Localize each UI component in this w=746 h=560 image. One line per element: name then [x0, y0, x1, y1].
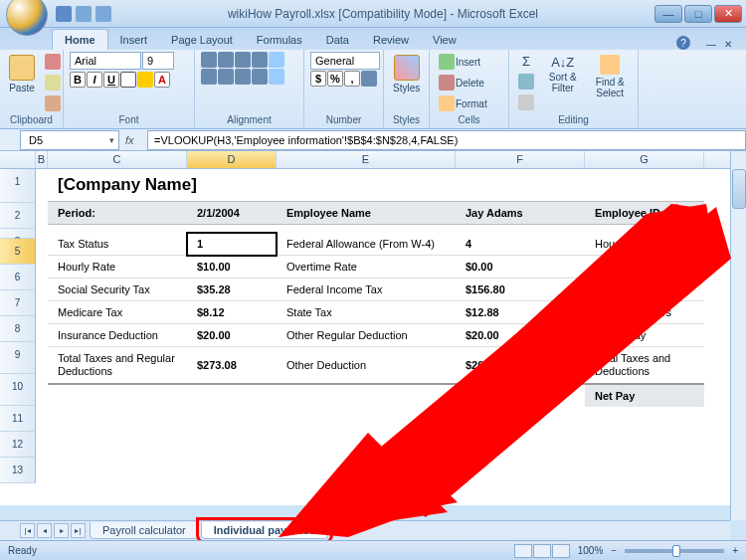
cell[interactable]: Overtime Hours: [585, 301, 704, 324]
styles-button[interactable]: Styles: [390, 52, 423, 95]
row-header[interactable]: 6: [0, 265, 36, 290]
help-icon[interactable]: ?: [676, 36, 690, 50]
align-center-button[interactable]: [218, 69, 234, 85]
col-header-b[interactable]: B: [36, 151, 48, 168]
fill-color-button[interactable]: [137, 72, 153, 88]
cell[interactable]: Federal Income Tax: [277, 279, 456, 301]
font-name-box[interactable]: Arial: [70, 52, 141, 70]
currency-button[interactable]: $: [310, 71, 326, 87]
tab-view[interactable]: View: [421, 30, 468, 50]
sort-filter-button[interactable]: A↓Z Sort & Filter: [541, 52, 585, 95]
col-header-f[interactable]: F: [456, 151, 585, 168]
page-break-view-button[interactable]: [552, 544, 570, 558]
col-header-c[interactable]: C: [48, 151, 187, 168]
zoom-out-button[interactable]: −: [611, 545, 617, 556]
format-painter-button[interactable]: [42, 93, 64, 113]
row-header[interactable]: 13: [0, 458, 36, 483]
cell[interactable]: Other Regular Deduction: [277, 324, 456, 347]
row-header[interactable]: 11: [0, 406, 36, 432]
col-header-g[interactable]: G: [585, 151, 704, 168]
row-header[interactable]: 9: [0, 342, 36, 374]
bold-button[interactable]: B: [70, 72, 86, 88]
minimize-button[interactable]: —: [654, 5, 682, 23]
maximize-button[interactable]: □: [684, 5, 712, 23]
last-sheet-button[interactable]: ▸|: [71, 523, 86, 538]
col-header-d[interactable]: D: [187, 151, 277, 168]
cell[interactable]: Total Taxes and Deductions: [585, 347, 704, 385]
normal-view-button[interactable]: [514, 544, 532, 558]
cell[interactable]: Overtime Rate: [277, 256, 456, 279]
spreadsheet-grid[interactable]: B C D E F G 1 2 3 5 6 7 8 9 10 11 12 13 …: [0, 151, 746, 505]
paste-button[interactable]: Paste: [6, 52, 38, 95]
cell[interactable]: $20.00: [456, 324, 585, 347]
cell[interactable]: Other Deduction: [277, 347, 456, 385]
fill-button[interactable]: [515, 72, 537, 92]
cell[interactable]: Sick Hours: [585, 256, 704, 279]
undo-icon[interactable]: [76, 6, 92, 22]
cell[interactable]: State Tax: [277, 301, 456, 324]
cell[interactable]: $20.00: [456, 347, 585, 385]
cut-button[interactable]: [42, 52, 64, 72]
cell[interactable]: $8.12: [187, 301, 277, 324]
row-header[interactable]: 10: [0, 374, 36, 406]
align-bottom-button[interactable]: [235, 52, 251, 68]
tab-data[interactable]: Data: [314, 30, 361, 50]
fx-icon[interactable]: fx: [125, 134, 141, 146]
wrap-text-button[interactable]: [269, 52, 284, 68]
cell[interactable]: $10.00: [187, 256, 277, 279]
page-layout-view-button[interactable]: [533, 544, 551, 558]
col-header-e[interactable]: E: [277, 151, 456, 168]
scroll-thumb[interactable]: [732, 169, 746, 209]
save-icon[interactable]: [56, 6, 72, 22]
increase-decimal-button[interactable]: [361, 71, 377, 87]
cell[interactable]: Total Taxes and Regular Deductions: [48, 347, 187, 385]
name-box[interactable]: D5: [20, 130, 119, 150]
align-left-button[interactable]: [201, 69, 217, 85]
comma-button[interactable]: ,: [344, 71, 360, 87]
cell[interactable]: Insurance Deduction: [48, 324, 187, 347]
cell[interactable]: Vacation Hours: [585, 279, 704, 301]
tab-insert[interactable]: Insert: [108, 30, 160, 50]
prev-sheet-button[interactable]: ◂: [37, 523, 52, 538]
sheet-tab-individual-paystubs[interactable]: Individual paystubs: [201, 522, 329, 539]
cell[interactable]: $20.00: [187, 324, 277, 347]
row-header[interactable]: 5: [0, 239, 36, 265]
delete-cells-button[interactable]: Delete: [436, 73, 487, 93]
orientation-button[interactable]: [252, 52, 268, 68]
italic-button[interactable]: I: [87, 72, 102, 88]
cell[interactable]: Tax Status: [48, 233, 187, 256]
zoom-level[interactable]: 100%: [578, 545, 604, 556]
decrease-indent-button[interactable]: [252, 69, 268, 85]
align-right-button[interactable]: [235, 69, 251, 85]
number-format-box[interactable]: General: [310, 52, 380, 70]
format-cells-button[interactable]: Format: [436, 93, 490, 113]
tab-review[interactable]: Review: [361, 30, 421, 50]
find-select-button[interactable]: Find & Select: [589, 52, 633, 100]
sheet-tab-payroll-calculator[interactable]: Payroll calculator: [90, 522, 199, 539]
cell[interactable]: Hours Worked: [585, 233, 704, 256]
cell[interactable]: $273.08: [187, 347, 277, 385]
next-sheet-button[interactable]: ▸: [54, 523, 69, 538]
cell[interactable]: 4: [456, 233, 585, 256]
font-size-box[interactable]: 9: [142, 52, 174, 70]
percent-button[interactable]: %: [327, 71, 343, 87]
close-workbook-icon[interactable]: ✕: [724, 39, 738, 50]
copy-button[interactable]: [42, 73, 64, 93]
font-color-button[interactable]: A: [154, 72, 170, 88]
cell[interactable]: $12.88: [456, 301, 585, 324]
cell[interactable]: Federal Allowance (From W-4): [277, 233, 456, 256]
cell[interactable]: $0.00: [456, 256, 585, 279]
net-pay-cell[interactable]: Net Pay: [585, 385, 704, 407]
zoom-in-button[interactable]: +: [732, 545, 738, 556]
close-button[interactable]: ✕: [714, 5, 742, 23]
first-sheet-button[interactable]: |◂: [20, 523, 35, 538]
row-header[interactable]: 7: [0, 290, 36, 316]
border-button[interactable]: [120, 72, 136, 88]
insert-cells-button[interactable]: Insert: [436, 52, 483, 72]
row-header[interactable]: 3: [0, 229, 36, 239]
cell[interactable]: $35.28: [187, 279, 277, 301]
formula-input[interactable]: =VLOOKUP(H3,'Employee information'!$B$4:…: [147, 130, 746, 150]
tab-page-layout[interactable]: Page Layout: [159, 30, 245, 50]
cell-d5[interactable]: 1: [187, 233, 277, 256]
align-middle-button[interactable]: [218, 52, 234, 68]
